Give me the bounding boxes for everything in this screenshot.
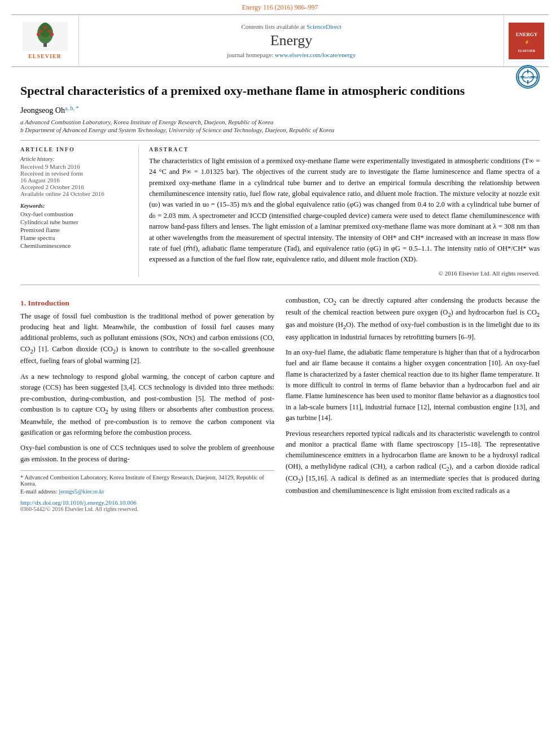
energy-logo-area: ENERGY ⚡ ELSEVIER [504,15,549,66]
affiliation-b: b Department of Advanced Energy and Syst… [20,126,509,133]
crossmark-svg: CrossMark [518,67,538,87]
footnote-email-label: E-mail address: [20,488,58,495]
intro-para-2: As a new technology to respond global wa… [20,372,274,439]
intro-para-1: The usage of fossil fuel combustion is t… [20,311,274,367]
author-line: Jeongseog Oha, b, * [20,105,509,115]
journal-title: Energy [270,32,313,49]
article-body: Spectral characteristics of a premixed o… [0,67,560,522]
citation-bar: Energy 116 (2016) 986–997 [0,0,560,14]
citation-text: Energy 116 (2016) 986–997 [242,3,318,11]
footnote-star-text: * Advanced Combustion Laboratory, Korea … [20,474,274,487]
journal-info-center: Contents lists available at ScienceDirec… [79,15,504,66]
journal-url[interactable]: www.elsevier.com/locate/energy [275,51,356,58]
date-received: Received 9 March 2016 [20,163,128,170]
svg-point-7 [47,30,50,33]
svg-text:CrossMark: CrossMark [518,75,537,80]
abstract-label: ABSTRACT [149,146,540,152]
keywords-block: Keywords: Oxy-fuel combustion Cylindrica… [20,203,128,249]
journal-homepage: journal homepage: www.elsevier.com/locat… [227,51,356,58]
svg-text:ENERGY: ENERGY [515,32,537,37]
article-history-label: Article history: [20,156,128,162]
journal-header: ELSEVIER Contents lists available at Sci… [11,14,549,67]
author-sup: a, b, * [65,105,78,111]
article-title: Spectral characteristics of a premixed o… [20,83,509,99]
footnote-email: E-mail address: jeongs5@kier.re.kr [20,488,274,495]
section1-heading: 1. Introduction [20,299,274,308]
abstract-col: ABSTRACT The characteristics of light em… [139,146,540,277]
main-col-right: combustion, CO2 can be directly captured… [286,295,540,512]
keywords-label: Keywords: [20,203,128,209]
svg-text:ELSEVIER: ELSEVIER [518,49,535,53]
keyword-5: Chemiluminescence [20,242,128,249]
main-text-columns: 1. Introduction The usage of fossil fuel… [20,295,540,512]
date-revised-label: Received in revised form [20,170,128,177]
elsevier-text: ELSEVIER [28,53,62,59]
svg-point-6 [40,30,42,33]
energy-logo-box: ENERGY ⚡ ELSEVIER [509,23,544,59]
copyright-line: © 2016 Elsevier Ltd. All rights reserved… [149,270,540,277]
footnote-area: * Advanced Combustion Laboratory, Korea … [20,470,274,495]
doi-line[interactable]: http://dx.doi.org/10.1016/j.energy.2016.… [20,499,274,506]
date-online: Available online 24 October 2016 [20,190,128,197]
science-direct-link[interactable]: ScienceDirect [307,23,342,30]
keyword-2: Cylindrical tube burner [20,219,128,225]
footnote-email-link[interactable]: jeongs5@kier.re.kr [59,488,104,495]
date-accepted: Accepted 2 October 2016 [20,184,128,190]
article-info-abstract: ARTICLE INFO Article history: Received 9… [20,146,540,277]
page-container: Energy 116 (2016) 986–997 [0,0,560,522]
svg-text:⚡: ⚡ [524,40,529,45]
intro-para-3: Oxy-fuel combustion is one of CCS techni… [20,443,274,465]
divider-1 [20,140,540,141]
date-revised: 16 August 2016 [20,177,128,184]
keyword-4: Flame spectra [20,234,128,241]
elsevier-logo-svg [23,22,68,51]
article-info-col: ARTICLE INFO Article history: Received 9… [20,146,139,277]
keyword-3: Premixed flame [20,226,128,233]
author-name: Jeongseog Oh [20,106,65,115]
energy-logo-svg: ENERGY ⚡ ELSEVIER [510,24,544,58]
article-info-label: ARTICLE INFO [20,146,128,152]
right-para-3: Previous researchers reported typical ra… [286,429,540,497]
contents-line: Contents lists available at ScienceDirec… [241,23,341,30]
svg-point-5 [50,33,54,36]
main-col-left: 1. Introduction The usage of fossil fuel… [20,295,274,512]
elsevier-logo: ELSEVIER [23,22,68,59]
svg-point-4 [37,33,40,36]
divider-2 [20,285,540,285]
right-para-2: In an oxy-fuel flame, the adiabatic flam… [286,347,540,424]
elsevier-logo-area: ELSEVIER [11,15,79,66]
affiliation-a: a Advanced Combustion Laboratory, Korea … [20,119,509,125]
svg-point-8 [43,27,46,29]
crossmark: CrossMark [516,65,540,89]
issn-line: 0360-5442/© 2016 Elsevier Ltd. All right… [20,506,274,512]
article-history-block: Article history: Received 9 March 2016 R… [20,156,128,197]
abstract-text: The characteristics of light emission of… [149,156,540,265]
keyword-1: Oxy-fuel combustion [20,211,128,217]
right-para-1: combustion, CO2 can be directly captured… [286,295,540,343]
